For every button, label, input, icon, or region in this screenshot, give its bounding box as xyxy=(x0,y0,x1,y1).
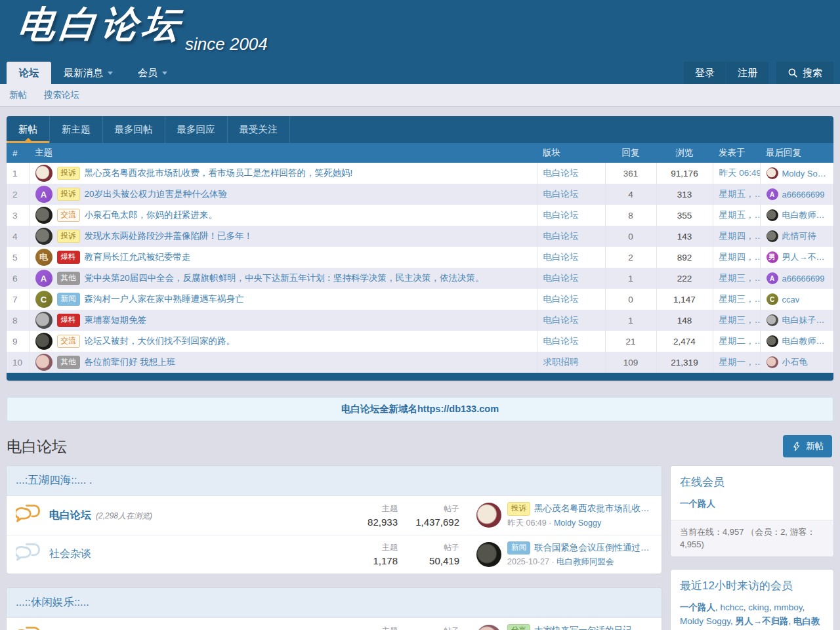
nav-tab-最新消息[interactable]: 最新消息 xyxy=(51,62,125,84)
domain-banner[interactable]: 电白论坛全新域名https://db133.com xyxy=(7,397,833,421)
forum-name-link[interactable]: 社会杂谈 xyxy=(49,547,91,561)
last-reply-avatar[interactable]: A xyxy=(766,188,778,200)
topic-prefix-badge[interactable]: 爆料 xyxy=(57,251,80,264)
sidebar-box-title[interactable]: 最近12小时来访的会员 xyxy=(671,570,833,599)
topic-title-link[interactable]: 黑心茂名粤西农批市场乱收费，看市场员工是怎样回答的，笑死她妈! xyxy=(85,167,353,179)
member-link[interactable]: cking xyxy=(748,602,769,612)
topic-prefix-badge[interactable]: 新闻 xyxy=(57,293,80,306)
topic-title-link[interactable]: 论坛又被封，大伙们找不到回家的路。 xyxy=(85,335,236,347)
latest-post-title-link[interactable]: 联合国紧急会议压倒性通过… xyxy=(534,542,650,554)
last-reply-user-link[interactable]: Moldy So… xyxy=(782,169,826,178)
topic-prefix-badge[interactable]: 分享 xyxy=(507,624,530,630)
forum-link[interactable]: 电白论坛 xyxy=(543,231,579,241)
last-reply-avatar[interactable] xyxy=(766,167,778,179)
member-link[interactable]: mmboy xyxy=(774,602,802,612)
forum-icon-wrap[interactable] xyxy=(16,625,41,630)
last-reply-avatar[interactable] xyxy=(766,335,778,347)
topic-author-avatar[interactable]: C xyxy=(35,291,52,308)
section-title[interactable]: ...:五湖四海::... . xyxy=(7,466,662,495)
hot-tab-最多回帖[interactable]: 最多回帖 xyxy=(103,116,165,143)
hot-tab-最受关注[interactable]: 最受关注 xyxy=(228,116,290,143)
topic-author-avatar[interactable] xyxy=(35,207,52,224)
site-logo[interactable]: 电白论坛 xyxy=(16,0,186,50)
member-link[interactable]: Moldy Soggy xyxy=(680,616,730,626)
topic-title-link[interactable]: 发现水东两处路段沙井盖像陷阱！已多年！ xyxy=(85,230,253,242)
last-reply-user-link[interactable]: 电白教师… xyxy=(782,335,825,347)
new-post-button[interactable]: 新帖 xyxy=(783,435,832,457)
topic-prefix-badge[interactable]: 交流 xyxy=(57,335,80,348)
topic-prefix-badge[interactable]: 投诉 xyxy=(507,502,530,516)
posted-time-link[interactable]: 星期四，… xyxy=(719,252,761,262)
topic-title-link[interactable]: 柬埔寨短期免签 xyxy=(85,314,147,326)
forum-link[interactable]: 电白论坛 xyxy=(543,168,579,178)
latest-post-avatar[interactable] xyxy=(476,625,501,630)
last-reply-avatar[interactable] xyxy=(766,314,778,326)
posted-time-link[interactable]: 昨天 06:49 xyxy=(719,168,761,178)
last-reply-user-link[interactable]: 电白教师… xyxy=(782,209,825,221)
posted-time-link[interactable]: 星期四，… xyxy=(719,231,761,241)
last-reply-user-link[interactable]: 小石龟 xyxy=(782,356,808,368)
section-title[interactable]: ...::休闲娱乐::... xyxy=(7,588,662,618)
hot-tab-最多回应[interactable]: 最多回应 xyxy=(165,116,228,143)
topic-title-link[interactable]: 森沟村一户人家在家中熟睡遭遇车祸身亡 xyxy=(85,293,244,305)
topic-author-avatar[interactable] xyxy=(35,333,52,350)
member-link[interactable]: hchcc xyxy=(721,602,744,612)
topic-author-avatar[interactable] xyxy=(35,354,52,371)
latest-post-avatar[interactable] xyxy=(476,542,501,567)
last-reply-avatar[interactable]: C xyxy=(766,293,778,305)
hot-tab-新主题[interactable]: 新主题 xyxy=(50,116,103,143)
member-link[interactable]: 一个路人 xyxy=(680,499,715,509)
last-reply-avatar[interactable] xyxy=(766,230,778,242)
last-reply-avatar[interactable]: 男 xyxy=(766,251,778,263)
latest-post-title-link[interactable]: 黑心茂名粤西农批市场乱收… xyxy=(534,503,650,514)
posted-time-link[interactable]: 星期三，… xyxy=(719,273,761,283)
posted-time-link[interactable]: 星期一，… xyxy=(719,357,761,367)
latest-post-author-link[interactable]: Moldy Soggy xyxy=(554,518,601,528)
topic-author-avatar[interactable] xyxy=(35,228,52,245)
subnav-link-搜索论坛[interactable]: 搜索论坛 xyxy=(44,89,79,101)
register-button[interactable]: 注册 xyxy=(726,62,768,84)
nav-tab-论坛[interactable]: 论坛 xyxy=(7,62,51,84)
forum-link[interactable]: 电白论坛 xyxy=(543,273,579,283)
forum-icon-wrap[interactable] xyxy=(16,503,41,528)
forum-name-link[interactable]: 电白论坛 xyxy=(49,509,91,522)
topic-prefix-badge[interactable]: 其他 xyxy=(57,272,80,285)
subnav-link-新帖[interactable]: 新帖 xyxy=(9,89,27,101)
topic-title-link[interactable]: 各位前辈们好 我想上班 xyxy=(85,356,176,368)
topic-prefix-badge[interactable]: 其他 xyxy=(57,356,80,369)
forum-link[interactable]: 电白论坛 xyxy=(543,336,579,346)
last-reply-user-link[interactable]: 男人→不… xyxy=(782,251,825,263)
latest-post-author-link[interactable]: 电白教师同盟会 xyxy=(556,557,614,566)
topic-title-link[interactable]: 党中央第20届四中全会，反腐旗帜鲜明，中央下达新五年计划：坚持科学决策，民主决策… xyxy=(85,272,484,284)
posted-time-link[interactable]: 星期五，… xyxy=(719,210,761,220)
posted-time-link[interactable]: 星期二，… xyxy=(719,336,761,346)
last-reply-user-link[interactable]: 此情可待 xyxy=(782,230,816,242)
nav-tab-会员[interactable]: 会员 xyxy=(125,62,180,84)
member-link[interactable]: 一个路人 xyxy=(680,602,715,612)
forum-link[interactable]: 电白论坛 xyxy=(543,189,579,199)
forum-link[interactable]: 电白论坛 xyxy=(543,252,579,262)
topic-prefix-badge[interactable]: 爆料 xyxy=(57,314,80,327)
login-button[interactable]: 登录 xyxy=(684,62,726,84)
last-reply-user-link[interactable]: 电白妹子… xyxy=(782,314,825,326)
last-reply-user-link[interactable]: a66666699 xyxy=(782,190,825,200)
posted-time-link[interactable]: 星期三，… xyxy=(719,315,761,325)
topic-author-avatar[interactable] xyxy=(35,312,52,329)
topic-prefix-badge[interactable]: 交流 xyxy=(57,209,80,222)
last-reply-avatar[interactable] xyxy=(766,209,778,221)
topic-title-link[interactable]: 20岁出头被公权力迫害是种什么体验 xyxy=(85,188,228,200)
member-link[interactable]: 男人→不归路 xyxy=(736,616,789,626)
latest-post-avatar[interactable] xyxy=(476,503,501,528)
last-reply-user-link[interactable]: a66666699 xyxy=(782,274,825,284)
forum-link[interactable]: 电白论坛 xyxy=(543,315,579,325)
forum-icon-wrap[interactable] xyxy=(16,542,41,566)
topic-author-avatar[interactable]: A xyxy=(35,270,52,287)
topic-prefix-badge[interactable]: 投诉 xyxy=(57,230,80,243)
topic-prefix-badge[interactable]: 新闻 xyxy=(507,541,530,555)
topic-author-avatar[interactable]: A xyxy=(35,186,52,203)
topic-prefix-badge[interactable]: 投诉 xyxy=(57,188,80,201)
topic-prefix-badge[interactable]: 投诉 xyxy=(57,167,80,180)
last-reply-avatar[interactable] xyxy=(766,356,778,368)
forum-link[interactable]: 电白论坛 xyxy=(543,210,579,220)
topic-title-link[interactable]: 教育局长江允武被纪委带走 xyxy=(85,251,191,263)
